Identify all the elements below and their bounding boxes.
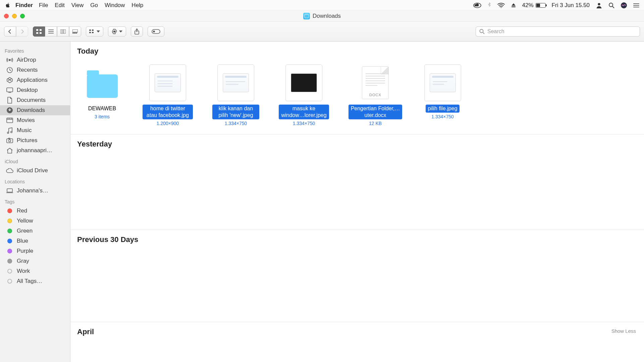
eject-icon[interactable]: [511, 3, 516, 8]
svg-line-39: [483, 33, 484, 34]
file-grid-today: DEWAWEB 3 items home di twitter atau fac…: [70, 60, 644, 134]
search-field[interactable]: [476, 26, 640, 37]
sidebar-tag-green[interactable]: Green: [0, 226, 70, 236]
list-view-button[interactable]: [45, 26, 57, 37]
sidebar-item-airdrop[interactable]: AirDrop: [0, 55, 70, 65]
svg-rect-2: [512, 6, 516, 7]
section-header-yesterday: Yesterday: [70, 134, 644, 153]
sidebar-item-label: Purple: [17, 248, 33, 254]
desktop-icon: [6, 87, 13, 94]
downloads-folder-icon: [303, 13, 310, 19]
menubar-datetime[interactable]: Fri 3 Jun 15.50: [552, 2, 590, 9]
arrange-button[interactable]: [86, 26, 103, 37]
menubar-app-name[interactable]: Finder: [15, 2, 33, 9]
sidebar-tag-yellow[interactable]: Yellow: [0, 216, 70, 226]
file-item[interactable]: masuk ke window…lorer.jpeg 1.334×750: [279, 64, 329, 126]
battery-status[interactable]: 42%: [522, 2, 546, 9]
sidebar-item-music[interactable]: Music: [0, 125, 70, 135]
sidebar-item-label: Work: [17, 268, 30, 275]
sidebar-item-home[interactable]: johannaapri…: [0, 145, 70, 156]
sidebar-item-pictures[interactable]: Pictures: [0, 135, 70, 145]
file-meta: 1.334×750: [431, 114, 454, 119]
menu-view[interactable]: View: [71, 2, 84, 9]
column-view-button[interactable]: [57, 26, 69, 37]
creative-cloud-icon[interactable]: [473, 3, 481, 8]
search-input[interactable]: [487, 28, 636, 35]
file-item[interactable]: DOCX Pengertian Folder,…uter.docx 12 KB: [348, 64, 402, 126]
nav-buttons: [4, 26, 28, 37]
file-item[interactable]: klik kanan dan pilih 'new'.jpeg 1.334×75…: [212, 64, 259, 126]
svg-point-37: [153, 31, 155, 32]
sidebar-item-label: Yellow: [17, 218, 33, 224]
menu-window[interactable]: Window: [105, 2, 125, 9]
zoom-window-button[interactable]: [20, 14, 25, 18]
sidebar-item-label: Recents: [17, 67, 38, 73]
file-item[interactable]: DEWAWEB 3 items: [81, 64, 123, 119]
sidebar-item-label: All Tags…: [17, 278, 42, 285]
tag-dot-icon: [7, 259, 12, 263]
svg-rect-25: [74, 33, 75, 34]
menu-help[interactable]: Help: [131, 2, 143, 9]
bluetooth-icon[interactable]: [487, 2, 491, 8]
folder-icon: [84, 64, 121, 101]
svg-rect-14: [40, 29, 42, 31]
svg-rect-28: [92, 29, 94, 31]
apple-logo-icon[interactable]: [5, 2, 11, 8]
airdrop-icon: [6, 57, 13, 63]
sidebar-tag-red[interactable]: Red: [0, 206, 70, 216]
user-icon[interactable]: [596, 2, 602, 9]
file-item[interactable]: home di twitter atau facebook.jpg 1.200×…: [143, 64, 193, 126]
forward-button[interactable]: [16, 26, 28, 37]
file-name: DEWAWEB: [86, 105, 118, 113]
finder-content: Today DEWAWEB 3 items home di twitter at…: [70, 42, 644, 362]
minimize-window-button[interactable]: [12, 14, 17, 18]
close-window-button[interactable]: [4, 14, 9, 18]
svg-rect-20: [60, 29, 66, 34]
sidebar-item-downloads[interactable]: Downloads: [0, 105, 70, 115]
image-thumbnail: [149, 64, 186, 101]
sidebar-item-documents[interactable]: Documents: [0, 95, 70, 105]
sidebar-item-computer[interactable]: Johanna's…: [0, 186, 70, 196]
svg-rect-16: [40, 32, 42, 34]
music-icon: [6, 127, 13, 134]
sidebar-item-icloud-drive[interactable]: iCloud Drive: [0, 166, 70, 176]
notification-center-icon[interactable]: [633, 3, 639, 8]
tag-dot-icon: [7, 279, 12, 284]
sidebar-tag-blue[interactable]: Blue: [0, 236, 70, 246]
file-meta: 1.334×750: [293, 121, 315, 126]
back-button[interactable]: [4, 26, 16, 37]
sidebar-tag-gray[interactable]: Gray: [0, 256, 70, 266]
svg-marker-33: [119, 31, 122, 33]
action-button[interactable]: [108, 26, 126, 37]
tags-button[interactable]: [148, 26, 164, 37]
sidebar-tag-all[interactable]: All Tags…: [0, 276, 70, 286]
menu-file[interactable]: File: [39, 2, 48, 9]
image-thumbnail: [217, 64, 254, 101]
menu-go[interactable]: Go: [90, 2, 98, 9]
icon-view-button[interactable]: [33, 26, 45, 37]
sidebar-item-applications[interactable]: Applications: [0, 75, 70, 85]
wifi-icon[interactable]: [497, 3, 505, 8]
file-item[interactable]: pilih file.jpeg 1.334×750: [422, 64, 464, 119]
sidebar-item-label: Applications: [17, 77, 48, 83]
window-controls: [4, 14, 25, 18]
tag-dot-icon: [7, 208, 12, 213]
share-button[interactable]: [131, 26, 143, 37]
show-less-button[interactable]: Show Less: [611, 328, 636, 334]
spotlight-icon[interactable]: [608, 2, 614, 8]
sidebar-item-recents[interactable]: Recents: [0, 65, 70, 75]
macos-menubar: Finder File Edit View Go Window Help 42%…: [0, 0, 644, 11]
svg-rect-26: [76, 33, 77, 34]
sidebar-tag-work[interactable]: Work: [0, 266, 70, 276]
file-meta: 12 KB: [369, 121, 382, 126]
svg-line-5: [612, 6, 614, 8]
svg-point-55: [9, 140, 11, 142]
siri-icon[interactable]: [621, 2, 627, 9]
sidebar-item-desktop[interactable]: Desktop: [0, 85, 70, 95]
menu-edit[interactable]: Edit: [55, 2, 64, 9]
sidebar-item-movies[interactable]: Movies: [0, 115, 70, 125]
gallery-view-button[interactable]: [69, 26, 81, 37]
svg-point-3: [598, 3, 600, 5]
clock-icon: [6, 67, 13, 73]
sidebar-tag-purple[interactable]: Purple: [0, 246, 70, 256]
